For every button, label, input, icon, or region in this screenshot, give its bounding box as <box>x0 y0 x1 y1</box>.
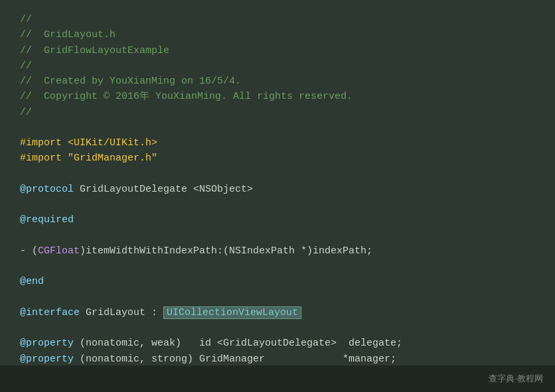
code-line-blank-1 <box>20 120 535 135</box>
code-line-blank-3 <box>20 197 535 212</box>
code-line-blank-5 <box>20 259 535 274</box>
code-line-3: // GridFlowLayoutExample <box>20 43 535 58</box>
code-line-blank-6 <box>20 290 535 305</box>
code-line-23: @property (nonatomic, strong) GridManage… <box>20 352 535 366</box>
code-line-12: @protocol GridLayoutDelegate <NSObject> <box>20 182 535 197</box>
code-line-blank-2 <box>20 166 535 182</box>
code-line-blank-7 <box>20 320 535 336</box>
code-line-10: #import "GridManager.h" <box>20 151 535 166</box>
code-line-22: @property (nonatomic, weak) id <GridLayo… <box>20 336 535 351</box>
code-line-20: @interface GridLayout : UICollectionView… <box>20 305 535 320</box>
footer-brand-text: 查字典·教程网 <box>489 372 543 385</box>
code-line-1: // <box>20 12 535 27</box>
code-line-9: #import <UIKit/UIKit.h> <box>20 135 535 151</box>
code-line-4: // <box>20 58 535 74</box>
footer-bar: 查字典·教程网 <box>0 365 555 392</box>
code-line-7: // <box>20 105 535 120</box>
code-line-2: // GridLayout.h <box>20 27 535 42</box>
code-line-blank-4 <box>20 228 535 243</box>
code-line-5: // Created by YouXianMing on 16/5/4. <box>20 74 535 89</box>
code-line-6: // Copyright © 2016年 YouXianMing. All ri… <box>20 89 535 104</box>
code-block: // // GridLayout.h // GridFlowLayoutExam… <box>0 0 555 365</box>
code-line-16: - (CGFloat)itemWidthWithIndexPath:(NSInd… <box>20 243 535 259</box>
code-line-18: @end <box>20 274 535 289</box>
code-line-14: @required <box>20 212 535 228</box>
